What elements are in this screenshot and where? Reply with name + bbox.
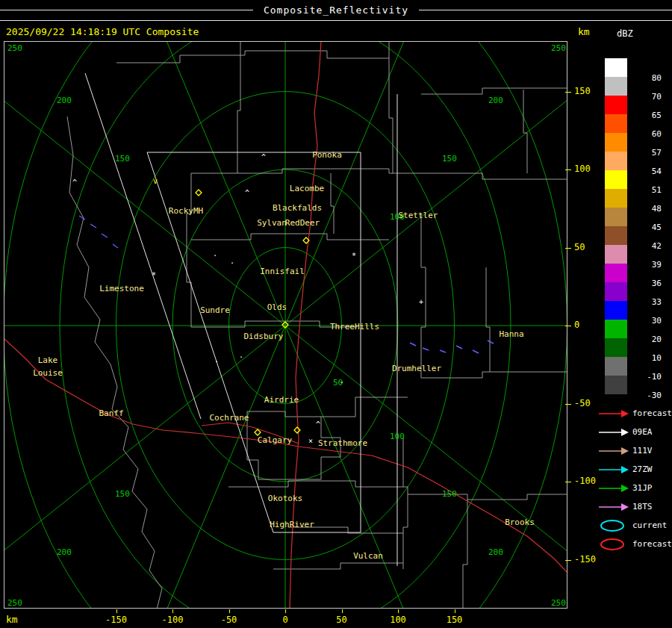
town-label: Olds	[267, 302, 287, 312]
radar-site-marker	[196, 190, 202, 196]
colorbar-stop: 10	[605, 338, 671, 357]
river-segment	[102, 234, 108, 237]
radar-map-canvas[interactable]: 2502001501001502002502502001505010015020…	[4, 42, 567, 608]
boundary-line	[421, 372, 567, 378]
colorbar-swatch	[605, 301, 627, 320]
right-axis-value: -50	[574, 398, 601, 408]
legend-arrow-icon	[597, 462, 630, 477]
radar-site-marker	[294, 427, 300, 433]
colorbar-swatch	[605, 189, 627, 208]
legend-label: current	[632, 520, 667, 530]
town-label: ThreeHills	[330, 322, 379, 332]
colorbar-title: dBZ	[617, 28, 633, 39]
boundary-line	[321, 397, 408, 417]
colorbar-stop: 51	[605, 170, 671, 189]
radar-map-viewport[interactable]: 2502001501001502002502502001505010015020…	[4, 41, 567, 609]
river-segment	[90, 224, 96, 228]
range-ring-label: 100	[390, 432, 405, 441]
range-ring-label: 200	[57, 547, 72, 557]
colorbar-swatch	[605, 376, 627, 394]
range-ring-label: 200	[488, 547, 503, 557]
colorbar-stop: 42	[605, 226, 671, 245]
right-axis-value: -150	[574, 554, 601, 565]
colorbar-stop: 33	[605, 282, 671, 301]
right-axis-tick	[565, 482, 571, 482]
legend-item: 09EA	[597, 423, 672, 441]
legend-arrow-icon	[597, 406, 630, 421]
map-symbol: ·	[239, 353, 243, 361]
colorbar-stop: -30	[605, 376, 671, 394]
right-axis-value: 50	[574, 242, 601, 252]
legend-item: forecast	[597, 535, 672, 553]
boundary-line	[463, 500, 467, 608]
legend-item: 31JP	[597, 479, 672, 497]
colorbar-swatch	[605, 170, 627, 189]
timestamp-label: 2025/09/22 14:18:19 UTC Composite	[6, 26, 199, 37]
bottom-axis-tick	[229, 609, 230, 613]
legend-label: 111V	[632, 446, 653, 456]
bottom-axis-value: -50	[213, 615, 246, 625]
colorbar-stop: 48	[605, 189, 671, 208]
town-label: Sylvan	[257, 218, 287, 228]
colorbar-stop: 65	[605, 96, 671, 114]
legend-item: current	[597, 516, 672, 535]
town-label: Strathmore	[318, 438, 367, 448]
colorbar-swatch	[605, 338, 627, 357]
colorbar-stop: 60	[605, 114, 671, 133]
town-label: Banff	[99, 408, 123, 418]
colorbar-swatch	[605, 152, 627, 170]
town-label: RedDeer	[285, 218, 320, 228]
boundary-line	[67, 116, 162, 608]
town-label: Stettler	[399, 211, 438, 220]
range-ring-label: 250	[551, 43, 566, 53]
bottom-axis-value: 0	[269, 615, 302, 625]
boundary-line	[191, 169, 567, 179]
bottom-axis-tick	[342, 609, 343, 613]
bottom-axis-tick	[455, 609, 455, 613]
window-title: Composite_Reflectivity	[253, 4, 419, 16]
colorbar-swatch	[605, 245, 627, 264]
map-legend: forecast09EA111V27ZW31JP18TScurrentforec…	[597, 404, 672, 553]
boundary-line	[116, 51, 389, 63]
legend-arrow-icon	[597, 500, 630, 514]
map-symbol: *	[152, 271, 156, 279]
town-label: Louise	[33, 368, 63, 378]
river-segment	[423, 348, 429, 350]
town-label: Blackfalds	[273, 203, 322, 213]
town-label: Innisfail	[260, 267, 305, 276]
town-label: Lake	[38, 355, 58, 365]
right-axis-unit-label: km	[578, 26, 590, 37]
town-label: Drumheller	[392, 364, 442, 373]
bottom-axis-value: 50	[326, 615, 358, 625]
colorbar-stop: 80	[605, 58, 671, 77]
colorbar-stop: 54	[605, 152, 671, 170]
river-segment	[410, 343, 416, 346]
bottom-axis-unit-label: km	[6, 614, 18, 625]
range-ring-label: 150	[442, 154, 457, 164]
right-axis-tick	[565, 92, 571, 93]
town-label: Calgary	[258, 435, 293, 445]
legend-label: 18TS	[632, 502, 653, 512]
map-symbol: *	[352, 252, 356, 260]
bottom-axis-value: 100	[382, 615, 414, 625]
colorbar-stop: 45	[605, 208, 671, 226]
colorbar-swatch	[605, 58, 627, 77]
map-symbol: ^	[245, 189, 249, 197]
town-label: Ponoka	[312, 150, 342, 160]
map-symbol: ^	[72, 178, 77, 187]
legend-arrow-icon	[597, 425, 630, 440]
colorbar-scale: 80706560575451484542393633302010-10-30	[605, 58, 671, 394]
right-axis-value: 150	[574, 86, 601, 96]
town-label: Airdrie	[264, 395, 299, 405]
legend-arrow-icon	[597, 444, 630, 458]
town-label: Vulcan	[353, 551, 383, 561]
boundary-line	[408, 494, 567, 500]
colorbar-stop: 20	[605, 320, 671, 338]
town-label: HighRiver	[270, 520, 314, 529]
grid-spoke	[43, 326, 285, 608]
boundary-line	[421, 214, 426, 378]
river-segment	[488, 341, 494, 343]
boundary-line	[331, 173, 334, 234]
grid-spoke	[43, 42, 285, 326]
legend-label: 27ZW	[632, 464, 653, 474]
